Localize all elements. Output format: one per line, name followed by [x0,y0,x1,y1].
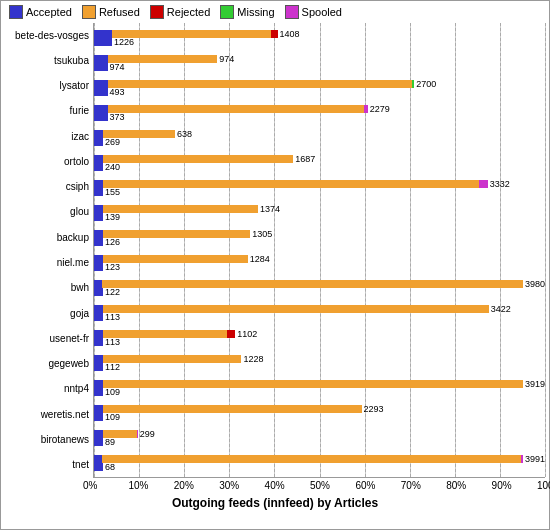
bar-segment-accepted-bottom [94,63,108,71]
bar-value-label-bottom: 109 [105,412,120,422]
bar-segment-refused [103,155,293,163]
y-axis-label: lysator [60,76,89,96]
bar-row: 3919109 [94,378,545,398]
bar-segment-refused [103,355,241,363]
y-axis-label: birotanews [41,430,89,450]
bar-line-bottom: 493 [94,88,545,96]
bar-segment-accepted [94,430,103,438]
bar-segment-refused [103,230,250,238]
bar-value-label-bottom: 123 [105,262,120,272]
y-axis-label: niel.me [57,253,89,273]
bar-segment-accepted-bottom [94,163,103,171]
bar-segment-accepted [94,255,103,263]
bar-value-label-bottom: 112 [105,362,120,372]
bar-line-top: 3980 [94,280,545,288]
bar-segment-refused [103,180,479,188]
bar-line-bottom: 68 [94,463,545,471]
bar-value-label-bottom: 126 [105,237,120,247]
legend-item: Spooled [285,5,342,19]
bar-line-bottom: 109 [94,413,545,421]
legend-item: Refused [82,5,140,19]
bar-value-label-bottom: 113 [105,312,120,322]
bar-row: 1102113 [94,328,545,348]
bar-line-bottom: 109 [94,388,545,396]
x-axis-label: 40% [265,480,285,491]
bar-segment-accepted [94,105,108,113]
y-axis-label: goja [70,304,89,324]
bar-line-top: 1305 [94,230,545,238]
bar-segment-accepted-bottom [94,413,103,421]
grid-line [545,23,546,477]
bar-segment-accepted-bottom [94,363,103,371]
bar-value-label-bottom: 122 [105,287,120,297]
bar-segment-accepted [94,305,103,313]
bar-segment-accepted [94,280,102,288]
legend-item: Missing [220,5,274,19]
y-axis-label: bete-des-vosges [15,26,89,46]
bar-row: 3980122 [94,278,545,298]
bar-segment-accepted [94,180,103,188]
bar-line-top: 974 [94,55,545,63]
x-axis-label: 60% [355,480,375,491]
legend: AcceptedRefusedRejectedMissingSpooled [5,5,545,19]
bar-line-bottom: 123 [94,263,545,271]
bar-segment-accepted [94,30,112,38]
bar-segment-accepted [94,130,103,138]
bar-row: 14081226 [94,28,545,48]
bar-row: 1305126 [94,228,545,248]
bar-row: 3422113 [94,303,545,323]
bar-line-top: 3332 [94,180,545,188]
bar-segment-accepted-bottom [94,113,108,121]
x-axis-label: 30% [219,480,239,491]
bar-line-bottom: 1226 [94,38,545,46]
chart-title: Outgoing feeds (innfeed) by Articles [5,496,545,510]
x-axis-label: 10% [128,480,148,491]
bar-segment-missing [412,80,414,88]
bar-value-label-bottom: 974 [110,62,125,72]
bar-line-bottom: 240 [94,163,545,171]
bar-line-bottom: 974 [94,63,545,71]
bar-segment-accepted [94,80,108,88]
x-axis-label: 80% [446,480,466,491]
y-axis-label: ortolo [64,152,89,172]
bar-value-label-bottom: 113 [105,337,120,347]
y-axis-label: gegeweb [48,354,89,374]
bar-value-label-bottom: 373 [110,112,125,122]
bar-segment-spooled [137,430,138,438]
bar-line-top: 1687 [94,155,545,163]
bar-row: 3332155 [94,178,545,198]
bar-line-bottom: 373 [94,113,545,121]
bar-line-top: 1408 [94,30,545,38]
bar-segment-refused [108,105,365,113]
chart-area: bete-des-vosgestsukubalysatorfurieizacor… [5,23,545,478]
legend-label: Spooled [302,6,342,18]
bar-segment-refused [102,280,523,288]
bar-row: 2279373 [94,103,545,123]
bar-row: 1687240 [94,153,545,173]
bar-segment-accepted-bottom [94,188,103,196]
legend-label: Missing [237,6,274,18]
bar-value-label-bottom: 269 [105,137,120,147]
bar-segment-accepted-bottom [94,213,103,221]
legend-item: Rejected [150,5,210,19]
bar-segment-refused [112,30,271,38]
bar-line-bottom: 155 [94,188,545,196]
y-axis-label: weretis.net [41,405,89,425]
bar-segment-refused [103,205,258,213]
bar-segment-accepted-bottom [94,388,103,396]
bar-row: 1284123 [94,253,545,273]
bar-value-label-bottom: 1226 [114,37,134,47]
bar-row: 974974 [94,53,545,73]
bar-line-top: 2700 [94,80,545,88]
bar-segment-accepted [94,405,103,413]
bar-row: 1228112 [94,353,545,373]
bar-row: 638269 [94,128,545,148]
bar-value-label-bottom: 493 [110,87,125,97]
x-axis-label: 100% [537,480,550,491]
y-axis-label: tnet [72,455,89,475]
x-axis-label: 20% [174,480,194,491]
bar-segment-refused [108,80,412,88]
bar-value-label-bottom: 68 [105,462,115,472]
legend-color-box [82,5,96,19]
y-axis-label: tsukuba [54,51,89,71]
